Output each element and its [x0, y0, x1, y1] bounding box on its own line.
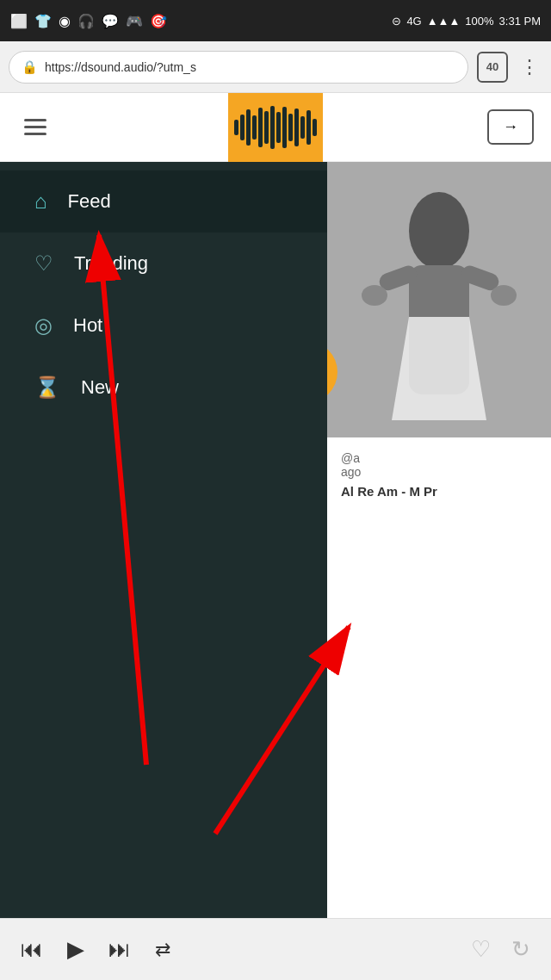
- hamburger-line-1: [24, 119, 46, 121]
- heart-icon: ♡: [34, 251, 53, 276]
- signal-icon: 4G: [406, 15, 421, 28]
- time-display: 3:31 PM: [499, 15, 541, 28]
- headphone-icon: 🎧: [77, 13, 95, 29]
- url-bar[interactable]: 🔒 https://dsound.audio/?utm_s: [9, 51, 468, 84]
- status-bar: ⬜ 👕 ◉ 🎧 💬 🎮 🎯 ⊝ 4G ▲▲▲ 100% 3:31 PM: [0, 0, 551, 41]
- chat-icon: 💬: [102, 13, 119, 29]
- trending-label: Trending: [74, 252, 148, 275]
- lock-icon: 🔒: [22, 59, 38, 75]
- logo-box: [228, 93, 323, 162]
- shuffle-button[interactable]: ⇄: [155, 939, 170, 961]
- hamburger-line-3: [24, 133, 46, 135]
- logo-waveform: [234, 106, 317, 149]
- call-icon: ⊝: [392, 15, 401, 28]
- logo-container: [228, 93, 323, 162]
- hot-label: Hot: [73, 314, 102, 337]
- player-right-controls: ♡ ↻: [471, 936, 530, 963]
- clock-icon: ◎: [34, 313, 53, 338]
- content-image: [327, 162, 551, 437]
- feed-label: Feed: [68, 190, 111, 213]
- wifi-icon: ▲▲▲: [427, 15, 461, 28]
- browser-bar: 🔒 https://dsound.audio/?utm_s 40 ⋮: [0, 41, 551, 93]
- silhouette-svg: [327, 162, 551, 437]
- shirt-icon: 👕: [34, 13, 52, 29]
- tab-count[interactable]: 40: [477, 52, 508, 83]
- discord-icon: 🎮: [126, 13, 143, 29]
- svg-point-1: [409, 192, 469, 270]
- content-info: @a ago Al Re Am - M Pr: [327, 437, 551, 514]
- url-text: https://dsound.audio/?utm_s: [45, 60, 196, 74]
- app-header: →: [0, 93, 551, 162]
- status-icons: ⬜ 👕 ◉ 🎧 💬 🎮 🎯: [10, 13, 167, 29]
- new-label: New: [81, 376, 119, 399]
- right-content: @a ago Al Re Am - M Pr: [327, 162, 551, 918]
- play-pause-button[interactable]: ▶: [67, 936, 84, 963]
- sidebar: ⌂ Feed ♡ Trending ◎ Hot ⌛ New: [0, 162, 327, 918]
- battery-icon: 100%: [465, 15, 493, 28]
- player-controls: ⏮ ▶ ⏭ ⇄: [21, 936, 170, 963]
- content-time: ago: [341, 465, 537, 479]
- home-icon: ⌂: [34, 189, 47, 214]
- login-button[interactable]: →: [487, 109, 534, 145]
- content-handle: @a: [341, 451, 537, 465]
- hamburger-line-2: [24, 126, 46, 128]
- sidebar-item-trending[interactable]: ♡ Trending: [0, 233, 327, 295]
- sidebar-item-new[interactable]: ⌛ New: [0, 357, 327, 419]
- prev-button[interactable]: ⏮: [21, 936, 43, 963]
- status-right: ⊝ 4G ▲▲▲ 100% 3:31 PM: [392, 15, 541, 28]
- image-placeholder: [327, 162, 551, 437]
- next-button[interactable]: ⏭: [108, 936, 131, 963]
- like-button[interactable]: ♡: [471, 936, 491, 963]
- login-arrow-icon: →: [503, 118, 518, 136]
- svg-point-7: [491, 285, 517, 306]
- chrome-icon: ◉: [59, 13, 71, 29]
- notification-icon: ⬜: [10, 13, 28, 29]
- main-content: ⌂ Feed ♡ Trending ◎ Hot ⌛ New: [0, 162, 551, 918]
- sidebar-item-hot[interactable]: ◎ Hot: [0, 295, 327, 357]
- browser-menu-button[interactable]: ⋮: [517, 53, 542, 82]
- game-icon: 🎯: [150, 13, 167, 29]
- repost-button[interactable]: ↻: [511, 936, 530, 963]
- hamburger-menu-button[interactable]: [17, 112, 53, 142]
- player-bar: ⏮ ▶ ⏭ ⇄ ♡ ↻: [0, 918, 551, 980]
- hourglass-icon: ⌛: [34, 375, 60, 400]
- svg-point-6: [362, 285, 387, 306]
- content-title: Al Re Am - M Pr: [341, 482, 537, 500]
- sidebar-item-feed[interactable]: ⌂ Feed: [0, 171, 327, 233]
